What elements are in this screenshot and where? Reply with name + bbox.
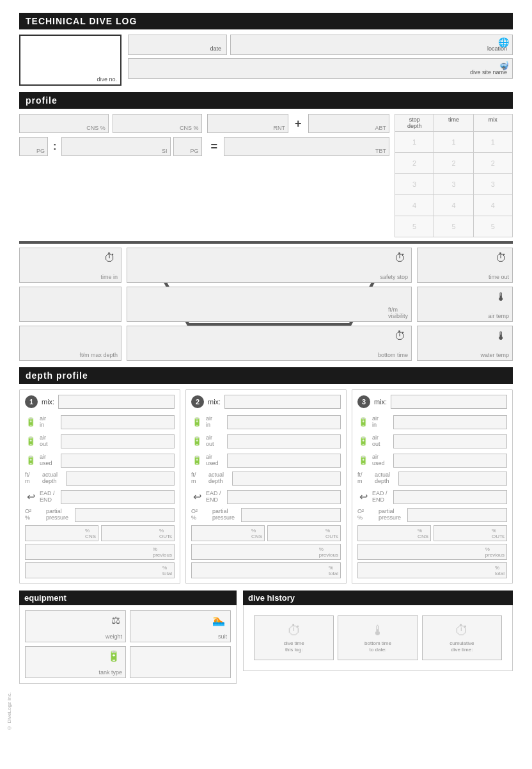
pp-input-3[interactable] — [407, 508, 507, 522]
date-label: date — [207, 44, 224, 53]
stop-cell-1-time[interactable]: 1 — [434, 132, 473, 152]
tbt-box[interactable]: TBT — [224, 137, 389, 156]
si-box[interactable]: SI — [61, 137, 170, 156]
air-temp-box[interactable]: 🌡 air temp — [417, 287, 513, 322]
cns-box-1[interactable]: %CNS — [25, 525, 98, 541]
cns-box-3[interactable]: %CNS — [357, 525, 431, 541]
air-out-input-1[interactable] — [61, 434, 175, 448]
air-in-input-1[interactable] — [61, 415, 175, 429]
time-in-label: time in — [100, 274, 118, 280]
stop-row-5: 5 5 5 — [395, 216, 512, 237]
rnt-box[interactable]: RNT — [207, 114, 289, 133]
dive-site-label: dive site name — [467, 68, 510, 77]
stop-cell-3-time[interactable]: 3 — [434, 174, 473, 194]
air-out-input-3[interactable] — [393, 434, 507, 448]
stop-cell-2-time[interactable]: 2 — [434, 153, 473, 173]
visibility-box[interactable]: ft/m visibility — [127, 287, 412, 322]
pg1-label: PG — [36, 148, 45, 154]
date-box[interactable]: date — [128, 35, 227, 55]
tank-icon-1a: 🔋 — [25, 414, 36, 430]
mix-3-input[interactable] — [391, 395, 507, 409]
weight-label: weight — [106, 633, 122, 640]
stop-cell-1-depth[interactable]: 1 — [395, 132, 434, 152]
stop-cell-2-depth[interactable]: 2 — [395, 153, 434, 173]
stop-cell-2-mix[interactable]: 2 — [474, 153, 512, 173]
suit-label: suit — [218, 633, 227, 640]
air-used-input-2[interactable] — [227, 454, 341, 468]
stop-cell-5-depth[interactable]: 5 — [395, 216, 434, 237]
actual-depth-input-3[interactable] — [398, 472, 507, 486]
stop-cell-1-mix[interactable]: 1 — [474, 132, 512, 152]
stop-cell-5-time[interactable]: 5 — [434, 216, 473, 237]
clock-icon-3: ⏱ — [395, 329, 406, 343]
prev-box-1[interactable]: %previous — [25, 544, 175, 560]
header-area: dive no. date 🌐 location 🤿 dive site nam… — [19, 35, 513, 86]
mix-2-depth-row: ft/ m actual depth — [191, 472, 341, 486]
actual-depth-input-2[interactable] — [232, 472, 341, 486]
stop-cell-4-mix[interactable]: 4 — [474, 195, 512, 216]
pg2-box[interactable]: PG — [173, 137, 202, 156]
pg1-box[interactable]: PG — [19, 137, 48, 156]
mix-1-input[interactable] — [58, 395, 175, 409]
tank-type-box[interactable]: 🔋 tank type — [25, 646, 126, 678]
stop-row-3: 3 3 3 — [395, 173, 512, 194]
visibility-label: ft/m visibility — [388, 306, 408, 319]
prev-box-2[interactable]: %previous — [191, 544, 341, 560]
air-used-input-3[interactable] — [393, 454, 507, 468]
stop-cell-4-time[interactable]: 4 — [434, 195, 473, 216]
cns-box-2[interactable]: %CNS — [191, 525, 265, 541]
dive-no-box[interactable]: dive no. — [19, 35, 121, 86]
stop-cell-4-depth[interactable]: 4 — [395, 195, 434, 216]
air-in-input-2[interactable] — [227, 415, 341, 429]
suit-box[interactable]: 🏊 suit — [130, 610, 231, 642]
pp-input-1[interactable] — [75, 508, 175, 522]
ead-input-2[interactable] — [227, 490, 341, 504]
cns1-box[interactable]: CNS % — [19, 114, 109, 133]
ead-input-1[interactable] — [61, 490, 175, 504]
ead-input-3[interactable] — [393, 490, 507, 504]
ftm-sublabel-2: ft/ m — [191, 472, 205, 485]
location-box[interactable]: 🌐 location — [230, 35, 513, 55]
profile-center: ⏱ safety stop ft/m visibility ⏱ bottom t… — [127, 248, 412, 361]
stop-cell-5-mix[interactable]: 5 — [474, 216, 512, 237]
bottom-time-label: bottom time — [378, 352, 408, 358]
outs-box-3[interactable]: %OUTs — [434, 525, 507, 541]
dive-history-body: ⏱ dive time this log: 🌡 bottom time to d… — [243, 605, 513, 671]
pp-input-2[interactable] — [241, 508, 341, 522]
location-label: location — [485, 44, 510, 53]
prev-box-3[interactable]: %previous — [357, 544, 507, 560]
bottom-time-box[interactable]: ⏱ bottom time — [127, 326, 412, 361]
air-out-sublabel-3: air out — [372, 435, 390, 448]
mix-2-number: 2 — [191, 395, 204, 408]
tank-type-icon: 🔋 — [107, 650, 120, 662]
outs-box-2[interactable]: %OUTs — [267, 525, 341, 541]
max-depth-box[interactable]: ft/m max depth — [19, 326, 121, 361]
total-box-2[interactable]: %total — [191, 562, 341, 578]
weight-box[interactable]: ⚖ weight — [25, 610, 126, 642]
time-out-box[interactable]: ⏱ time out — [417, 248, 513, 283]
air-in-input-3[interactable] — [393, 415, 507, 429]
mix-2-input[interactable] — [224, 395, 341, 409]
stop-cell-3-mix[interactable]: 3 — [474, 174, 512, 194]
total-box-3[interactable]: %total — [357, 562, 507, 578]
air-used-input-1[interactable] — [61, 454, 175, 468]
water-temp-box[interactable]: 🌡 water temp — [417, 326, 513, 361]
time-in-box[interactable]: ⏱ time in — [19, 248, 121, 283]
abt-box[interactable]: ABT — [308, 114, 390, 133]
stop-cell-3-depth[interactable]: 3 — [395, 174, 434, 194]
safety-stop-box[interactable]: ⏱ safety stop — [127, 248, 412, 283]
total-box-1[interactable]: %total — [25, 562, 175, 578]
cns2-box[interactable]: CNS % — [113, 114, 202, 133]
profile-boxes: ⏱ time in ft/m max depth ⏱ safety stop — [19, 248, 513, 361]
equip-blank-box[interactable] — [130, 646, 231, 678]
ead-sublabel-3: EAD / END — [372, 491, 390, 503]
actual-depth-input-1[interactable] — [66, 472, 175, 486]
mix-2-air-used-row: 🔋 air used — [191, 452, 341, 468]
stop-table: stop depth time mix 1 1 1 2 2 2 — [395, 114, 513, 237]
air-out-input-2[interactable] — [227, 434, 341, 448]
equipment-grid: ⚖ weight 🏊 suit 🔋 tank type — [20, 605, 236, 683]
dive-site-box[interactable]: 🤿 dive site name — [128, 58, 513, 79]
blank-box-left[interactable] — [19, 287, 121, 322]
mix-3-air-in-row: 🔋 air in — [357, 414, 507, 430]
outs-box-1[interactable]: %OUTs — [101, 525, 175, 541]
